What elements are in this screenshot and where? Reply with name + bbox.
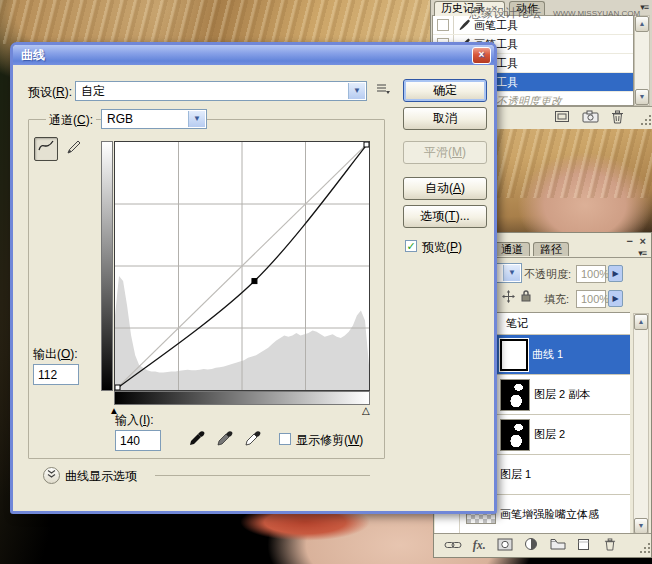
watermark-text: 思缘设计论坛 xyxy=(469,5,541,22)
layers-scrollbar[interactable]: ▲ ▼ xyxy=(633,313,649,535)
pencil-tool-button[interactable] xyxy=(62,137,86,161)
smooth-button[interactable]: 平滑(M) xyxy=(403,141,487,164)
layer-style-fx-icon[interactable]: fx. xyxy=(466,538,492,553)
gray-point-eyedropper-icon[interactable] xyxy=(213,429,237,449)
hair-texture xyxy=(497,128,652,198)
preset-label: 预设(R): xyxy=(28,84,72,101)
fill-slider-arrow-icon[interactable]: ▶ xyxy=(608,290,623,307)
layer-name: 图层 2 副本 xyxy=(534,387,590,402)
white-point-eyedropper-icon[interactable] xyxy=(241,429,265,449)
curve-point-tool-button[interactable] xyxy=(34,137,58,161)
scroll-down-icon[interactable]: ▼ xyxy=(634,518,648,534)
fill-value[interactable]: 100% xyxy=(576,290,606,308)
expand-double-chevron-icon[interactable] xyxy=(43,467,60,484)
layer-name: 笔记 xyxy=(506,316,528,331)
input-gradient-bar xyxy=(114,391,370,405)
black-point-eyedropper-icon[interactable] xyxy=(185,429,209,449)
chevron-down-icon: ▼ xyxy=(188,111,205,127)
preset-options-icon[interactable] xyxy=(375,82,391,99)
new-document-from-state-icon[interactable] xyxy=(554,110,570,126)
history-scrollbar[interactable]: ▲ ▼ xyxy=(634,15,650,106)
options-button[interactable]: 选项(T)... xyxy=(403,205,487,228)
curve-display-options-label: 曲线显示选项 xyxy=(65,468,137,485)
layer-name: 图层 2 xyxy=(534,427,565,442)
ok-button[interactable]: 确定 xyxy=(403,79,487,102)
scroll-down-icon[interactable]: ▼ xyxy=(635,89,649,105)
opacity-label: 不透明度: xyxy=(524,267,571,282)
layer-thumbnail-mask-face[interactable] xyxy=(500,379,530,411)
scroll-up-icon[interactable]: ▲ xyxy=(635,16,649,32)
layers-panel-bottom-bar: fx. xyxy=(434,533,651,557)
link-layers-icon[interactable] xyxy=(440,539,466,553)
dialog-title: 曲线 xyxy=(21,48,45,62)
new-group-folder-icon[interactable] xyxy=(545,538,571,553)
delete-layer-trash-icon[interactable] xyxy=(597,538,623,554)
opacity-value[interactable]: 100% xyxy=(576,265,606,283)
scroll-up-icon[interactable]: ▲ xyxy=(634,314,648,330)
curve-point xyxy=(115,385,120,390)
preview-checkbox[interactable]: ✓ xyxy=(405,240,417,252)
lock-all-icon[interactable] xyxy=(520,289,534,303)
curves-dialog: 曲线 × 预设(R): 自定 ▼ 确定 取消 通道(C): RGB ▼ xyxy=(10,42,497,514)
show-clipping-label: 显示修剪(W) xyxy=(296,432,363,449)
curve-grid[interactable] xyxy=(114,141,370,391)
panel-minimize-icon[interactable]: − xyxy=(627,236,633,246)
channel-select[interactable]: RGB ▼ xyxy=(101,109,207,129)
channel-label: 通道(C): xyxy=(46,112,96,129)
layer-name: 画笔增强脸嘴立体感 xyxy=(500,507,599,522)
chevron-down-icon: ▼ xyxy=(348,83,365,99)
input-label: 输入(I): xyxy=(115,412,154,429)
divider xyxy=(155,475,370,476)
curve-point xyxy=(252,279,257,284)
fill-label: 填充: xyxy=(544,292,569,307)
layer-thumbnail-mask-face[interactable] xyxy=(500,419,530,451)
auto-button[interactable]: 自动(A) xyxy=(403,177,487,200)
cancel-button[interactable]: 取消 xyxy=(403,107,487,130)
add-layer-mask-icon[interactable] xyxy=(492,538,518,554)
layer-name: 曲线 1 xyxy=(532,347,563,362)
dialog-titlebar[interactable]: 曲线 × xyxy=(13,45,494,65)
opacity-slider-arrow-icon[interactable]: ▶ xyxy=(608,265,623,282)
new-layer-icon[interactable] xyxy=(571,538,597,554)
hair-texture xyxy=(0,0,440,44)
lock-position-move-icon[interactable] xyxy=(502,290,516,304)
output-label: 输出(O): xyxy=(33,346,78,363)
watermark-url: WWW.MISSYUAN.COM xyxy=(553,9,640,18)
panel-resize-grip[interactable] xyxy=(638,543,650,555)
highlight-input-slider[interactable]: △ xyxy=(362,406,370,416)
curve-point xyxy=(364,142,369,147)
delete-trash-icon[interactable] xyxy=(611,110,624,127)
layer-name: 图层 1 xyxy=(500,467,531,482)
close-icon[interactable]: × xyxy=(472,47,491,64)
output-gradient-bar xyxy=(101,141,113,391)
preview-label: 预览(P) xyxy=(422,239,462,256)
new-snapshot-camera-icon[interactable] xyxy=(582,110,599,126)
tab-channels[interactable]: 通道 xyxy=(494,242,530,256)
new-adjustment-layer-icon[interactable] xyxy=(518,537,544,554)
panel-menu-icon[interactable]: ▾≡ xyxy=(640,2,648,12)
tab-paths[interactable]: 路径 xyxy=(533,242,569,256)
history-source-cell[interactable] xyxy=(433,16,454,34)
output-input[interactable] xyxy=(33,364,79,385)
layer-thumbnail-mask-white[interactable] xyxy=(500,339,528,371)
show-clipping-checkbox[interactable] xyxy=(279,433,291,445)
panel-close-icon[interactable]: × xyxy=(640,236,646,246)
input-input[interactable] xyxy=(115,430,161,451)
chevron-down-icon: ▼ xyxy=(503,265,520,281)
preset-select[interactable]: 自定 ▼ xyxy=(75,81,367,101)
panel-resize-grip[interactable] xyxy=(639,115,651,127)
